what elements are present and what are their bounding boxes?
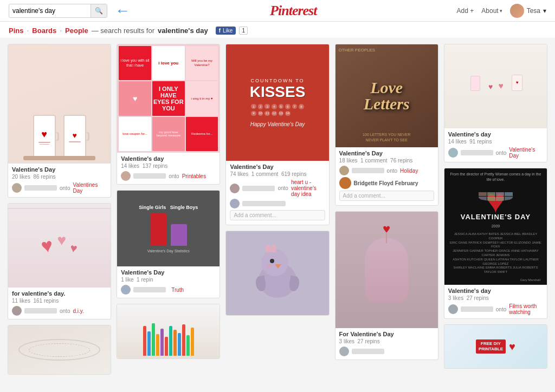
pinner-avatar — [12, 306, 22, 316]
pin-card[interactable] — [117, 304, 220, 359]
pinner-name — [24, 185, 57, 191]
pins-link[interactable]: Pins — [9, 27, 23, 35]
pinner-board[interactable]: Printables — [182, 173, 206, 179]
onto-label: onto — [496, 150, 506, 156]
pin-info: For Valentine's Day 3 likes 27 repins — [335, 328, 438, 360]
pin-stats: 3 likes 27 repins — [339, 338, 434, 344]
commenter-name: Bridgette Floyd February — [354, 180, 418, 186]
pin-card[interactable] — [225, 231, 329, 316]
pin-stats: 18 likes 1 comment 76 repins — [339, 158, 434, 164]
pin-card[interactable] — [8, 325, 111, 375]
pinner-name — [352, 168, 384, 173]
pin-card[interactable]: From the director of Pretty Woman comes … — [444, 168, 547, 319]
fb-count: 1 — [239, 27, 248, 35]
pin-title: For Valentine's Day — [339, 331, 434, 337]
pinner-board[interactable]: Holiday — [400, 168, 418, 174]
pin-title: Valentine's Day — [339, 150, 434, 156]
pin-title: for valentine's day. — [12, 290, 107, 297]
add-button[interactable]: Add + — [457, 7, 474, 15]
pin-card[interactable]: i love you with all that i have i love y… — [117, 44, 220, 185]
pin-image: OTHER PEOPLES LoveLetters 100 LETTERS YO… — [335, 44, 438, 147]
pinner-board[interactable]: d.i.y. — [73, 308, 83, 314]
fb-like-label: Like — [223, 28, 233, 34]
pin-info: Valentine's Day 1 like 1 repin Truth — [117, 266, 220, 298]
comment-input[interactable]: Add a comment... — [230, 210, 325, 220]
pinner-name — [461, 150, 493, 155]
dot1: · — [27, 26, 29, 35]
search-input[interactable] — [9, 5, 91, 16]
pinner-board[interactable]: Valentines Day — [73, 182, 107, 194]
pinner-name — [242, 186, 275, 191]
pin-info: Valentine's Day 18 likes 1 comment 76 re… — [335, 147, 438, 205]
pin-info: Valentine's day 3 likes 27 repins onto F… — [444, 285, 547, 318]
pinner-board[interactable]: heart u - valentine's day idea — [291, 179, 325, 197]
pinner-name — [352, 349, 384, 354]
pin-stats: 14 likes 91 repins — [448, 139, 543, 145]
pin-title: Valentine's day — [448, 131, 543, 138]
pin-stats: 20 likes 86 repins — [12, 174, 107, 180]
pinner-name — [133, 287, 166, 292]
pin-card[interactable]: ♥ ♥ ♥ for valentine's day. 11 likes 161 … — [8, 203, 111, 319]
pin-stats: 14 likes 137 repins — [121, 163, 216, 169]
pin-card[interactable]: OTHER PEOPLES LoveLetters 100 LETTERS YO… — [335, 44, 438, 206]
user-caret: ▾ — [543, 7, 546, 15]
pinner-avatar — [121, 171, 131, 181]
user-name: Tesa — [527, 7, 540, 15]
pinner-avatar — [12, 183, 22, 193]
pin-card[interactable]: ♥ ♥ — [8, 44, 111, 198]
pin-title: Valentine's Day — [12, 166, 107, 173]
pinner-avatar — [448, 148, 458, 158]
commenter-row: Bridgette Floyd February — [339, 177, 434, 189]
column-0: ♥ ♥ — [8, 44, 111, 375]
pin-card[interactable]: ♥ ♥ ♥ Valentine's day 14 likes 91 repins… — [444, 44, 547, 162]
pin-card[interactable]: FREE DIYPRINTABLE ♥ — [444, 324, 547, 369]
pin-image: ♥ — [335, 212, 438, 328]
fb-like-button[interactable]: f Like — [216, 27, 236, 35]
search-icon: 🔍 — [95, 7, 103, 15]
pin-title: Valentine's day — [121, 155, 216, 162]
people-link[interactable]: People — [65, 27, 88, 35]
pinner-name — [24, 308, 57, 313]
pinner-avatar — [339, 347, 349, 356]
pin-info: Valentine's day 14 likes 137 repins onto… — [117, 153, 220, 184]
pin-title: Valentine's Day — [230, 164, 325, 170]
pin-info: Valentine's day 14 likes 91 repins onto … — [444, 128, 547, 162]
avatar — [510, 4, 524, 18]
pin-card[interactable]: Single Girls Single Boys Valentine's Day… — [117, 190, 220, 298]
pin-pinner: onto Films worth watching — [448, 303, 543, 315]
column-3: OTHER PEOPLES LoveLetters 100 LETTERS YO… — [335, 44, 438, 360]
pin-pinner: onto Valentines Day — [12, 182, 107, 194]
commenter-name — [242, 201, 286, 206]
pin-image: Single Girls Single Boys Valentine's Day… — [117, 191, 220, 266]
about-button[interactable]: About ▾ — [481, 7, 502, 15]
column-1: i love you with all that i have i love y… — [117, 44, 220, 359]
pin-pinner: onto d.i.y. — [12, 306, 107, 316]
pin-image: ♥ ♥ ♥ — [444, 44, 547, 128]
pin-card[interactable]: ♥ For Valentine's Day 3 likes 27 repins — [335, 211, 438, 360]
pin-stats: 11 likes 161 repins — [12, 298, 107, 304]
pin-pinner: onto Printables — [121, 171, 216, 181]
pin-image — [117, 304, 220, 358]
pin-info: Valentine's Day 20 likes 86 repins onto … — [8, 164, 111, 197]
user-menu[interactable]: Tesa ▾ — [510, 4, 546, 18]
search-form[interactable]: 🔍 — [9, 4, 107, 18]
comment-input[interactable]: Add a comment... — [339, 191, 434, 201]
boards-link[interactable]: Boards — [32, 27, 56, 35]
back-arrow[interactable]: ← — [115, 2, 130, 19]
pinner-avatar — [448, 304, 458, 314]
main: ♥ ♥ — [0, 38, 555, 380]
pin-title: Valentine's Day — [121, 269, 216, 276]
search-button[interactable]: 🔍 — [91, 4, 107, 17]
sub-header: Pins · Boards · People — search results … — [0, 22, 555, 38]
pin-card[interactable]: Countdown to KISSES 1 2 3 4 5 6 7 8 9 — [225, 44, 329, 225]
onto-label: onto — [60, 185, 70, 191]
pinner-avatar — [230, 184, 240, 193]
pin-image: FREE DIYPRINTABLE ♥ — [444, 325, 547, 368]
pin-image: ♥ ♥ — [8, 44, 111, 164]
dot2: · — [60, 26, 62, 35]
pin-image — [226, 231, 328, 315]
pinner-board[interactable]: Truth — [171, 287, 184, 293]
pinner-board[interactable]: Valentine's Day — [509, 147, 543, 159]
pinner-board[interactable]: Films worth watching — [509, 303, 543, 315]
header: 🔍 ← Pinterest Add + About ▾ Tesa ▾ — [0, 0, 555, 22]
